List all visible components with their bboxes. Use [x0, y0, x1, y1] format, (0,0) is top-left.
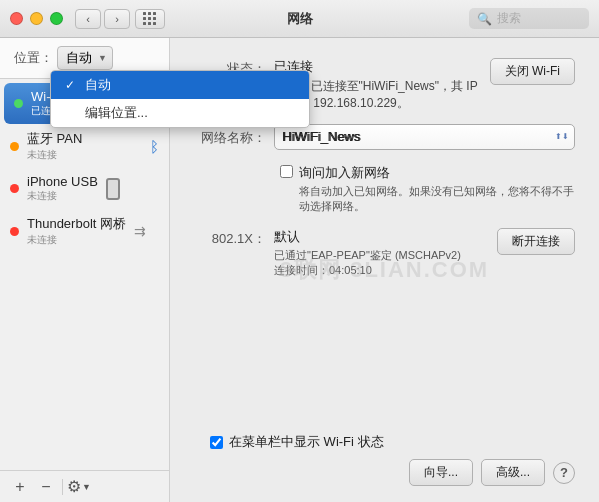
sidebar-item-bluetooth[interactable]: 蓝牙 PAN 未连接 ᛒ: [0, 124, 169, 168]
location-label: 位置：: [14, 49, 53, 67]
disconnect-button[interactable]: 断开连接: [497, 228, 575, 255]
thunderbolt-item-name: Thunderbolt 网桥: [27, 215, 126, 233]
network-name-label: 网络名称：: [194, 127, 274, 147]
location-option-auto[interactable]: ✓ 自动: [51, 71, 309, 99]
auth-desc2: 连接时间：04:05:10: [274, 263, 497, 278]
search-box[interactable]: 🔍 搜索: [469, 8, 589, 29]
iphone-icon: [106, 178, 120, 200]
traffic-lights: [10, 12, 63, 25]
ask-join-spacer: [194, 164, 274, 166]
nav-buttons: ‹ ›: [75, 9, 130, 29]
sidebar-list: Wi-Fi 已连接 📶 蓝牙 PAN 未连接 ᛒ iPhone USB: [0, 79, 169, 470]
help-button[interactable]: ?: [553, 462, 575, 484]
bluetooth-item-name: 蓝牙 PAN: [27, 130, 82, 148]
close-button[interactable]: [10, 12, 23, 25]
advanced-button[interactable]: 高级...: [481, 459, 545, 486]
sidebar-toolbar: + − ⚙ ▼: [0, 470, 169, 502]
sidebar-item-thunderbolt[interactable]: Thunderbolt 网桥 未连接 ⇉: [0, 209, 169, 253]
toolbar-separator: [62, 479, 63, 495]
status-dot-thunderbolt: [10, 227, 19, 236]
location-row: 位置： 自动 ▼ ✓ 自动 编辑位置...: [0, 38, 169, 79]
status-dot-wifi: [14, 99, 23, 108]
location-dropdown-menu: ✓ 自动 编辑位置...: [50, 70, 310, 128]
item-info-thunderbolt: Thunderbolt 网桥 未连接: [27, 215, 126, 247]
location-edit-label: 编辑位置...: [85, 104, 148, 122]
bluetooth-item-sub: 未连接: [27, 148, 82, 162]
grid-icon: [143, 12, 157, 26]
status-dot-iphone: [10, 184, 19, 193]
location-option-edit[interactable]: 编辑位置...: [51, 99, 309, 127]
bottom-actions: 向导... 高级... ?: [194, 459, 575, 486]
turn-off-wifi-button[interactable]: 关闭 Wi-Fi: [490, 58, 575, 85]
bottom-bar: 在菜单栏中显示 Wi-Fi 状态 向导... 高级... ?: [194, 433, 575, 486]
ask-join-row: 询问加入新网络 将自动加入已知网络。如果没有已知网络，您将不得不手动选择网络。: [194, 164, 575, 215]
show-wifi-checkbox[interactable]: [210, 436, 223, 449]
sidebar: 位置： 自动 ▼ ✓ 自动 编辑位置...: [0, 38, 170, 502]
auth-content: 默认 已通过"EAP-PEAP"鉴定 (MSCHAPv2) 连接时间：04:05…: [274, 228, 497, 278]
auth-desc1: 已通过"EAP-PEAP"鉴定 (MSCHAPv2): [274, 248, 497, 263]
checkmark-icon: ✓: [65, 78, 79, 92]
show-wifi-row: 在菜单栏中显示 Wi-Fi 状态: [194, 433, 575, 451]
remove-network-button[interactable]: −: [34, 476, 58, 498]
ask-join-content: 询问加入新网络 将自动加入已知网络。如果没有已知网络，您将不得不手动选择网络。: [299, 164, 575, 215]
search-icon: 🔍: [477, 12, 492, 26]
maximize-button[interactable]: [50, 12, 63, 25]
show-wifi-label: 在菜单栏中显示 Wi-Fi 状态: [229, 433, 384, 451]
window-title: 网络: [287, 10, 313, 28]
item-info-bluetooth: 蓝牙 PAN 未连接: [27, 130, 82, 162]
ask-join-desc: 将自动加入已知网络。如果没有已知网络，您将不得不手动选择网络。: [299, 184, 575, 215]
iphone-item-name: iPhone USB: [27, 174, 98, 189]
main-area: 位置： 自动 ▼ ✓ 自动 编辑位置...: [0, 38, 599, 502]
back-button[interactable]: ‹: [75, 9, 101, 29]
auth-value: 默认: [274, 228, 497, 246]
item-info-iphone: iPhone USB 未连接: [27, 174, 98, 203]
search-placeholder: 搜索: [497, 10, 521, 27]
auth-label: 802.1X：: [194, 228, 274, 248]
grid-button[interactable]: [135, 9, 165, 29]
bluetooth-icon: ᛒ: [150, 138, 159, 155]
minimize-button[interactable]: [30, 12, 43, 25]
thunderbolt-icon: ⇉: [134, 223, 146, 239]
add-network-button[interactable]: +: [8, 476, 32, 498]
dropdown-arrow-icon: ▼: [98, 53, 107, 63]
ask-join-checkbox-wrapper: [280, 165, 293, 181]
ask-join-checkbox[interactable]: [280, 165, 293, 178]
wizard-button[interactable]: 向导...: [409, 459, 473, 486]
location-auto-label: 自动: [85, 76, 111, 94]
titlebar: ‹ › 网络 🔍 搜索: [0, 0, 599, 38]
location-selected: 自动: [66, 49, 92, 67]
status-dot-bluetooth: [10, 142, 19, 151]
ask-join-label: 询问加入新网络: [299, 164, 575, 182]
network-name-select[interactable]: HiWiFi_News: [274, 124, 575, 150]
network-name-select-wrapper: HiWiFi_News HiWiFi_News: [274, 124, 575, 150]
sidebar-item-iphone-usb[interactable]: iPhone USB 未连接: [0, 168, 169, 209]
forward-button[interactable]: ›: [104, 9, 130, 29]
thunderbolt-item-sub: 未连接: [27, 233, 126, 247]
auth-row: 802.1X： 默认 已通过"EAP-PEAP"鉴定 (MSCHAPv2) 连接…: [194, 228, 575, 278]
iphone-item-sub: 未连接: [27, 189, 98, 203]
settings-button[interactable]: ⚙ ▼: [67, 476, 91, 498]
location-dropdown-button[interactable]: 自动 ▼: [57, 46, 113, 70]
